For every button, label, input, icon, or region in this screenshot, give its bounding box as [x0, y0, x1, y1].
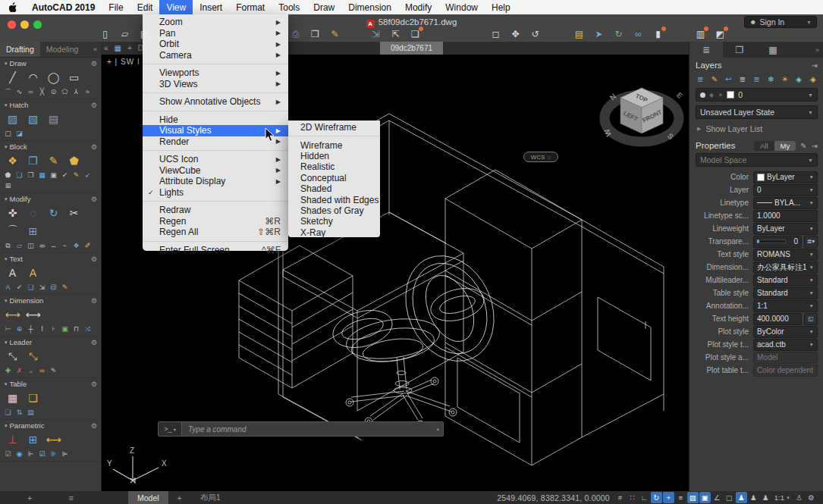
section-settings-icon[interactable]: ⚙: [91, 422, 99, 430]
view-menu-item-show-annotative-objects[interactable]: Show Annotative Objects▶: [143, 96, 288, 108]
visual-styles-item-realistic[interactable]: Realistic: [288, 161, 380, 172]
create-block-icon[interactable]: ❐: [23, 152, 43, 170]
layout-tab-[interactable]: +: [168, 491, 191, 504]
view-menu-item-redraw[interactable]: Redraw: [143, 205, 288, 216]
lock-constraint-icon[interactable]: ⟷: [43, 430, 64, 449]
property-field-plot-style[interactable]: ByColor▼: [753, 326, 818, 338]
orbit-icon[interactable]: ↺: [529, 28, 542, 40]
view-menu-item-viewcube[interactable]: ViewCube▶: [143, 165, 288, 177]
section-settings-icon[interactable]: ⚙: [91, 102, 99, 109]
spline-icon[interactable]: ∿: [14, 86, 25, 97]
palette-list-icon[interactable]: ≡: [68, 493, 73, 502]
property-field-annotation[interactable]: 1:1▼: [753, 300, 818, 312]
section-settings-icon[interactable]: ⚙: [91, 380, 99, 388]
property-field-text-style[interactable]: ROMANS▼: [753, 249, 818, 261]
center-mark-icon[interactable]: ▣: [59, 324, 71, 334]
annotation-scale-control[interactable]: 1:1▼: [772, 492, 793, 503]
polygon-icon[interactable]: ⬠: [59, 86, 71, 97]
edit-block-icon[interactable]: ✎: [43, 152, 64, 170]
text-style-icon[interactable]: A: [2, 282, 14, 293]
lineweight-display-icon[interactable]: ≡: [675, 492, 686, 503]
view-menu-item-zoom[interactable]: Zoom▶: [143, 17, 288, 28]
sign-in-button[interactable]: ☻ Sign In ▼: [744, 16, 817, 28]
update-fields-icon[interactable]: ↻: [612, 28, 625, 40]
table-icon[interactable]: ▦: [2, 389, 23, 407]
viewcube[interactable]: TOP LEFT FRONT N W S E: [602, 88, 685, 142]
view-menu-item-regen[interactable]: Regen⌘R: [143, 216, 288, 227]
find-replace-icon[interactable]: @: [48, 282, 59, 293]
attribute-table-icon[interactable]: ▦: [36, 170, 48, 180]
menubar-item-draw[interactable]: Draw: [306, 0, 341, 14]
stretch-icon[interactable]: ↔: [48, 240, 59, 251]
property-field-dimension[interactable]: 办公家具标注1▼: [753, 261, 818, 274]
layout-tab-布局1[interactable]: 布局1: [191, 491, 230, 504]
tab-grid-icon[interactable]: ▦: [115, 44, 121, 52]
section-settings-icon[interactable]: ⚙: [91, 60, 99, 67]
view-menu-item-enter-full-screen[interactable]: Enter Full Screen^⌘F: [143, 245, 288, 256]
object-snap-tracking-icon[interactable]: +: [663, 492, 674, 503]
layer-state-dropdown[interactable]: Unsaved Layer State ▼: [696, 105, 818, 119]
transparency-icon[interactable]: ▨: [687, 492, 699, 503]
section-header-draw[interactable]: ▾Draw⚙: [2, 58, 99, 68]
attr-edit-icon[interactable]: ✎: [71, 170, 82, 180]
boundary-icon[interactable]: ▢: [2, 128, 14, 139]
dimension-edit-icon[interactable]: ⟷: [23, 305, 43, 324]
rectangle-icon[interactable]: ▭: [64, 68, 84, 86]
section-settings-icon[interactable]: ⚙: [91, 339, 99, 346]
visual-styles-item-x-ray[interactable]: X-Ray: [288, 227, 380, 238]
section-settings-icon[interactable]: ⚙: [91, 196, 99, 203]
construction-line-icon[interactable]: ╳: [36, 86, 48, 97]
fillet-icon[interactable]: ⌒: [2, 222, 23, 240]
block-add-icon[interactable]: ⊞: [2, 180, 14, 191]
viewport-controls[interactable]: + | SW I: [107, 58, 140, 66]
polyline-icon[interactable]: ◠: [23, 68, 43, 86]
section-header-text[interactable]: ▾Text⚙: [2, 254, 99, 264]
close-drawing-icon[interactable]: ▮: [652, 28, 664, 40]
erase-icon[interactable]: ▱: [14, 240, 25, 251]
menubar-item-edit[interactable]: Edit: [130, 0, 160, 14]
aligned-dimension-icon[interactable]: ⊢: [2, 324, 14, 334]
insert-block-icon[interactable]: ❖: [2, 152, 23, 170]
lock-layer-icon[interactable]: ◈: [793, 74, 806, 85]
ortho-icon[interactable]: ∟: [639, 492, 650, 503]
match-properties-icon[interactable]: ❖: [71, 240, 82, 251]
pick-height-button[interactable]: ◱: [804, 313, 818, 325]
concentric-icon[interactable]: ◉: [14, 449, 25, 459]
array-icon[interactable]: ⊞: [23, 222, 43, 240]
geometric-constraint-icon[interactable]: ⊥: [2, 430, 23, 449]
zoom-window-icon[interactable]: ◻: [489, 28, 502, 40]
collapse-tabs-icon[interactable]: «: [104, 44, 108, 52]
attr-sync-icon[interactable]: ✔: [59, 170, 71, 180]
layout-tab-model[interactable]: Model: [128, 491, 168, 504]
revision-cloud-icon[interactable]: ≈: [82, 86, 93, 97]
annotation-edit-icon[interactable]: ▤: [573, 28, 586, 40]
show-layer-list-toggle[interactable]: ▶ Show Layer List: [689, 123, 823, 138]
import-icon[interactable]: ⇲: [369, 28, 382, 40]
freeze-layer-icon[interactable]: ❄: [765, 74, 777, 85]
grid-icon[interactable]: #: [614, 492, 626, 503]
view-menu-item-attribute-display[interactable]: Attribute Display▶: [143, 176, 288, 187]
table-update-icon[interactable]: ⇅: [14, 407, 25, 418]
move-icon[interactable]: ✜: [2, 204, 23, 222]
section-header-leader[interactable]: ▾Leader⚙: [2, 337, 99, 347]
section-header-modify[interactable]: ▾Modify⚙: [2, 194, 99, 204]
visual-styles-item-sketchy[interactable]: Sketchy: [288, 216, 380, 227]
polar-tracking-icon[interactable]: ↻: [651, 492, 662, 503]
pan-icon[interactable]: ✥: [509, 28, 522, 40]
menubar-item-modify[interactable]: Modify: [398, 0, 438, 14]
dynamic-ucs-icon[interactable]: ▢: [724, 492, 735, 503]
visual-styles-item-hidden[interactable]: Hidden: [288, 151, 380, 161]
select-add-icon[interactable]: ➤: [592, 28, 605, 40]
multileader-icon[interactable]: ⤡: [2, 347, 23, 365]
export-icon[interactable]: ⇱: [389, 28, 402, 40]
hatch-edit-icon[interactable]: ▧: [23, 110, 43, 128]
settings-gear-icon[interactable]: ⚙: [806, 492, 817, 503]
visual-styles-item-conceptual[interactable]: Conceptual: [288, 173, 380, 183]
radius-dimension-icon[interactable]: ⊕: [14, 324, 25, 334]
leader-edit-icon[interactable]: ⤡: [23, 347, 43, 365]
visual-styles-item-wireframe[interactable]: Wireframe: [288, 139, 380, 150]
command-input[interactable]: Type a command: [182, 425, 436, 434]
edit-attribute-icon[interactable]: ⬟: [64, 152, 84, 170]
tool-set-tab-drafting[interactable]: Drafting: [0, 42, 40, 57]
section-header-hatch[interactable]: ▾Hatch⚙: [2, 100, 99, 110]
